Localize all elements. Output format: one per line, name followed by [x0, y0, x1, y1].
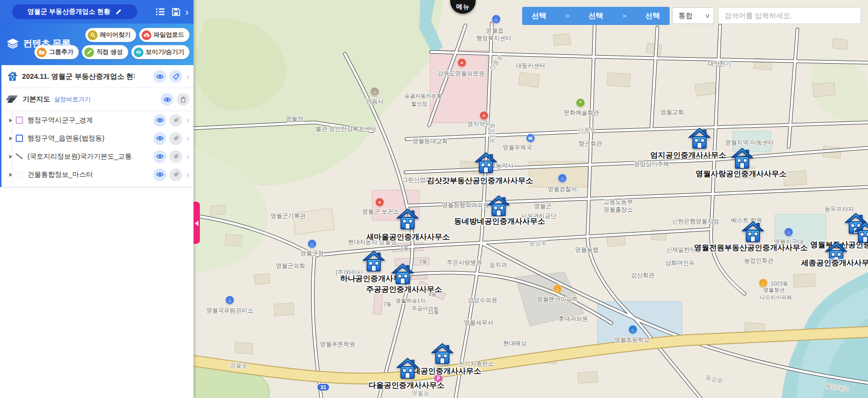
tag-button[interactable] — [169, 132, 182, 145]
project-row-label: 2024.11. 영월군 부동산중개업소 현황 — [22, 72, 135, 81]
basemap-label: 기본지도 — [23, 95, 50, 104]
sidebar: 영월군 부동산중개업소 현황 — [0, 0, 193, 398]
visibility-eye-button[interactable] — [153, 168, 166, 181]
visibility-eye-button[interactable] — [153, 150, 166, 163]
visibility-eye-button[interactable] — [153, 132, 166, 145]
file-upload-button[interactable]: 파일업로드 — [139, 28, 190, 42]
region-step-bar: 선택 > 선택 > 선택 — [522, 7, 670, 25]
pencil-icon — [84, 47, 94, 57]
home-icon — [7, 71, 18, 81]
tag-button[interactable] — [169, 150, 182, 163]
list-bottom-divider — [1, 184, 193, 187]
visibility-eye-button[interactable] — [153, 70, 166, 83]
delete-trash-button[interactable] — [177, 93, 190, 106]
layer-row-admin-sigungu[interactable]: 행정구역시군구_경계 › — [1, 111, 193, 129]
show-hide-button[interactable]: 보이기/숨기기 — [131, 45, 190, 59]
project-title: 영월군 부동산중개업소 현황 — [27, 7, 111, 16]
row-chevron-icon[interactable]: › — [187, 72, 190, 81]
content-list: 2024.11. 영월군 부동산중개업소 현황 › 기본지도 설정바로가기 — [0, 65, 193, 187]
eye-icon — [134, 47, 144, 57]
layer-swatch — [16, 153, 23, 160]
layer-row-ngii-traffic[interactable]: (국토지리정보원)국가기본도_교통... › — [1, 147, 193, 165]
basemap-settings-link[interactable]: 설정바로가기 — [54, 95, 91, 104]
layer-label: 행정구역시군구_경계 — [27, 116, 93, 125]
basemap-icon — [7, 95, 18, 103]
map-marker-house-icon[interactable] — [742, 221, 764, 243]
file-upload-label: 파일업로드 — [154, 31, 185, 39]
show-hide-label: 보이기/숨기기 — [146, 48, 184, 56]
create-direct-button[interactable]: 직접 생성 — [82, 45, 128, 59]
map-marker-house-icon[interactable] — [475, 152, 497, 174]
map-marker-house-icon[interactable] — [396, 209, 419, 231]
tag-button[interactable] — [169, 114, 182, 127]
layer-label: (국토지리정보원)국가기본도_교통... — [27, 152, 133, 161]
search-category-value: 통합 — [678, 11, 693, 21]
find-layer-button[interactable]: 레이어찾기 — [85, 28, 136, 42]
app-window: 영월읍행정복지센터강원도영월의료원대동카센터문화예술회관영월교회대안전기관음사송… — [0, 0, 868, 398]
map-marker-house-icon[interactable] — [688, 128, 711, 150]
map-marker-house-icon[interactable] — [731, 148, 753, 170]
row-chevron-icon[interactable]: › — [187, 152, 190, 161]
folder-plus-icon — [37, 47, 47, 57]
create-direct-label: 직접 생성 — [96, 48, 122, 56]
map-marker-house-icon[interactable] — [825, 242, 847, 264]
list-view-icon[interactable] — [156, 8, 165, 16]
step-separator: > — [566, 12, 570, 20]
map-marker-house-icon[interactable] — [362, 251, 385, 273]
upload-cloud-icon — [142, 30, 151, 40]
project-row[interactable]: 2024.11. 영월군 부동산중개업소 현황 › — [1, 65, 193, 88]
step-select-1[interactable]: 선택 — [532, 11, 547, 21]
row-chevron-icon[interactable]: › — [187, 116, 190, 124]
add-group-button[interactable]: 그룹추가 — [34, 45, 79, 59]
row-chevron-icon[interactable]: › — [187, 170, 190, 179]
layer-label: 행정구역_읍면동(법정동) — [27, 134, 104, 143]
collapse-arrow-icon: ◀ — [195, 219, 198, 227]
sidebar-collapse-tab[interactable]: ◀ — [193, 202, 200, 244]
visibility-eye-button[interactable] — [161, 93, 173, 106]
map-marker-house-icon[interactable] — [391, 263, 414, 285]
tag-button[interactable] — [169, 168, 182, 181]
tag-button[interactable] — [169, 70, 182, 83]
search-input[interactable] — [718, 7, 861, 24]
layer-label: 건물통합정보_마스터 — [27, 170, 93, 179]
layer-swatch — [16, 117, 23, 124]
sidebar-header: 컨텐츠 목록 레이어찾기 파일업로드 — [0, 23, 193, 65]
add-group-label: 그룹추가 — [49, 48, 73, 56]
chevron-down-icon: ∨ — [704, 12, 710, 19]
expand-arrow-icon[interactable] — [9, 173, 12, 177]
save-icon[interactable] — [172, 8, 180, 16]
layer-row-admin-emd[interactable]: 행정구역_읍면동(법정동) › — [1, 129, 193, 147]
project-title-pill[interactable]: 영월군 부동산중개업소 현황 — [12, 4, 138, 20]
layer-row-building-master[interactable]: 건물통합정보_마스터 › — [1, 165, 193, 184]
step-separator: > — [623, 12, 627, 20]
expand-arrow-icon[interactable] — [9, 118, 12, 122]
step-select-2[interactable]: 선택 — [588, 11, 603, 21]
layer-swatch — [16, 171, 23, 178]
row-chevron-icon[interactable]: › — [187, 134, 190, 142]
sidebar-titlebar: 영월군 부동산중개업소 현황 — [0, 0, 193, 23]
map-marker-house-icon[interactable] — [487, 195, 510, 217]
expand-arrow-icon[interactable] — [9, 137, 12, 140]
basemap-row[interactable]: 기본지도 설정바로가기 — [1, 88, 193, 111]
layers-icon — [7, 39, 19, 48]
map-marker-house-icon[interactable] — [396, 358, 419, 380]
map-marker-house-icon[interactable] — [854, 222, 868, 244]
visibility-eye-button[interactable] — [153, 114, 166, 127]
find-layer-label: 레이어찾기 — [100, 31, 131, 39]
search-icon — [88, 30, 97, 40]
search-category-dropdown[interactable]: 통합 ∨ — [672, 7, 714, 24]
edit-pencil-icon[interactable] — [115, 8, 122, 15]
menu-button-label: 메뉴 — [456, 2, 470, 11]
layer-swatch — [16, 135, 23, 142]
sidebar-collapse-chevron-icon[interactable]: › — [185, 7, 189, 17]
map-marker-house-icon[interactable] — [431, 343, 454, 365]
expand-arrow-icon[interactable] — [9, 155, 12, 159]
step-select-3[interactable]: 선택 — [645, 11, 660, 21]
